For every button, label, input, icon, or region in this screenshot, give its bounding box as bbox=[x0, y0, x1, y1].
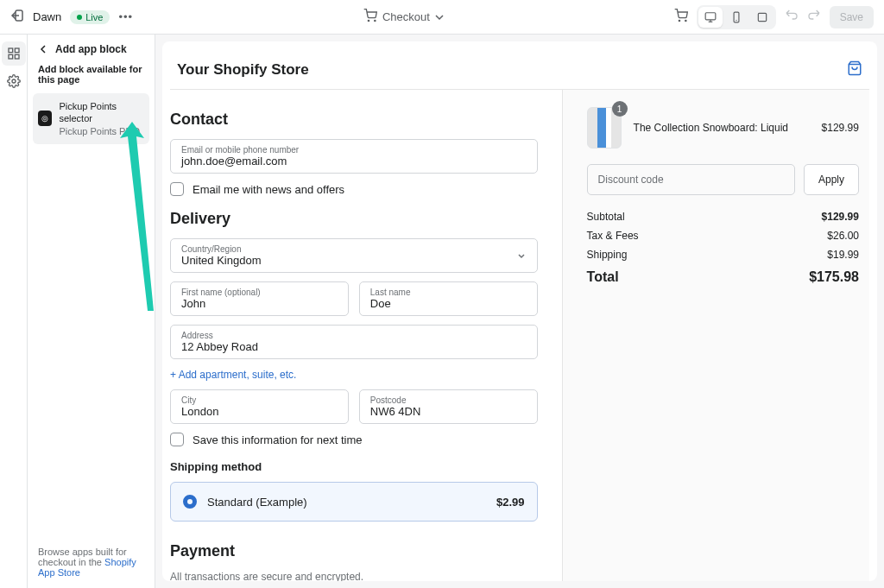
svg-point-2 bbox=[375, 20, 376, 21]
mobile-preview-button[interactable] bbox=[724, 7, 748, 28]
fullscreen-preview-button[interactable] bbox=[750, 7, 774, 28]
sidebar-title: Add app block bbox=[55, 43, 127, 55]
undo-button[interactable] bbox=[785, 9, 799, 25]
exit-editor-icon[interactable] bbox=[10, 9, 24, 25]
summary-row-subtotal: Subtotal $129.99 bbox=[587, 211, 859, 223]
store-name: Your Shopify Store bbox=[177, 61, 309, 79]
svg-rect-5 bbox=[705, 12, 716, 19]
app-block-pickup-points[interactable]: ◎ Pickup Points selector Pickup Points P… bbox=[33, 93, 149, 144]
save-button[interactable]: Save bbox=[830, 6, 874, 28]
svg-point-3 bbox=[679, 20, 679, 21]
checkbox-icon bbox=[170, 433, 184, 446]
page-selector-label: Checkout bbox=[382, 10, 430, 23]
payment-note: All transactions are secure and encrypte… bbox=[170, 571, 538, 581]
country-select[interactable]: Country/Region United Kingdom bbox=[170, 238, 538, 273]
theme-name: Dawn bbox=[33, 10, 61, 23]
desktop-preview-button[interactable] bbox=[698, 7, 723, 28]
delivery-heading: Delivery bbox=[170, 210, 538, 228]
app-block-icon: ◎ bbox=[38, 111, 52, 126]
page-selector-dropdown[interactable]: Checkout bbox=[382, 10, 444, 23]
redo-button[interactable] bbox=[807, 9, 821, 25]
sections-rail-button[interactable] bbox=[2, 41, 26, 66]
sidebar-subtitle: Add block available for this page bbox=[28, 64, 155, 93]
shipping-option-standard[interactable]: Standard (Example) $2.99 bbox=[170, 482, 538, 522]
svg-rect-12 bbox=[15, 48, 19, 53]
save-info-checkbox[interactable]: Save this information for next time bbox=[170, 433, 538, 446]
svg-rect-14 bbox=[15, 54, 19, 59]
preview-area: Your Shopify Store Contact Email or mobi… bbox=[155, 35, 884, 588]
email-field[interactable]: Email or mobile phone number john.doe@em… bbox=[170, 139, 538, 174]
live-badge: Live bbox=[70, 10, 110, 24]
product-price: $129.99 bbox=[822, 122, 859, 134]
discount-code-input[interactable]: Discount code bbox=[587, 164, 795, 195]
summary-row-total: Total $175.98 bbox=[587, 269, 859, 285]
svg-point-4 bbox=[685, 20, 685, 21]
contact-heading: Contact bbox=[170, 111, 538, 129]
add-apartment-link[interactable]: + Add apartment, suite, etc. bbox=[170, 369, 296, 381]
payment-heading: Payment bbox=[170, 542, 538, 560]
summary-row-shipping: Shipping $19.99 bbox=[587, 249, 859, 261]
sidebar-header: Add app block bbox=[28, 35, 155, 64]
app-block-title: Pickup Points selector bbox=[59, 101, 117, 123]
news-offers-checkbox[interactable]: Email me with news and offers bbox=[170, 182, 538, 196]
svg-point-1 bbox=[368, 20, 369, 21]
product-thumbnail: 1 bbox=[587, 107, 622, 149]
sidebar-footer: Browse apps built for checkout in the Sh… bbox=[28, 536, 155, 588]
first-name-field[interactable]: First name (optional) John bbox=[170, 281, 349, 316]
quantity-badge: 1 bbox=[612, 101, 628, 117]
app-block-subtitle: Pickup Points PRO bbox=[59, 126, 140, 136]
radio-selected-icon bbox=[183, 495, 197, 509]
apply-discount-button[interactable]: Apply bbox=[804, 164, 859, 195]
shopping-bag-icon[interactable] bbox=[847, 60, 862, 79]
more-menu-icon[interactable]: ••• bbox=[118, 10, 133, 23]
svg-rect-11 bbox=[9, 48, 13, 53]
city-field[interactable]: City London bbox=[170, 389, 349, 424]
summary-row-tax: Tax & Fees $26.00 bbox=[587, 230, 859, 242]
checkbox-icon bbox=[170, 182, 184, 196]
back-chevron-icon[interactable] bbox=[38, 44, 48, 54]
chevron-down-icon bbox=[516, 250, 527, 261]
address-field[interactable]: Address 12 Abbey Road bbox=[170, 325, 538, 359]
cart-icon[interactable] bbox=[363, 9, 377, 25]
device-preview-group bbox=[697, 5, 776, 29]
sidebar-panel: Add app block Add block available for th… bbox=[28, 35, 155, 588]
svg-point-15 bbox=[12, 79, 16, 83]
svg-rect-13 bbox=[9, 54, 13, 59]
shipping-heading: Shipping method bbox=[170, 460, 538, 473]
top-bar: Dawn Live ••• Checkout Save bbox=[0, 0, 884, 35]
cart-item: 1 The Collection Snowboard: Liquid $129.… bbox=[587, 107, 859, 149]
settings-rail-button[interactable] bbox=[2, 69, 26, 93]
cart-preview-icon[interactable] bbox=[674, 9, 688, 25]
product-name: The Collection Snowboard: Liquid bbox=[634, 122, 810, 134]
left-rail bbox=[0, 35, 28, 588]
postcode-field[interactable]: Postcode NW6 4DN bbox=[359, 389, 538, 424]
order-summary: 1 The Collection Snowboard: Liquid $129.… bbox=[562, 90, 869, 581]
last-name-field[interactable]: Last name Doe bbox=[359, 281, 538, 316]
chevron-down-icon bbox=[435, 13, 444, 22]
svg-rect-10 bbox=[758, 13, 766, 21]
